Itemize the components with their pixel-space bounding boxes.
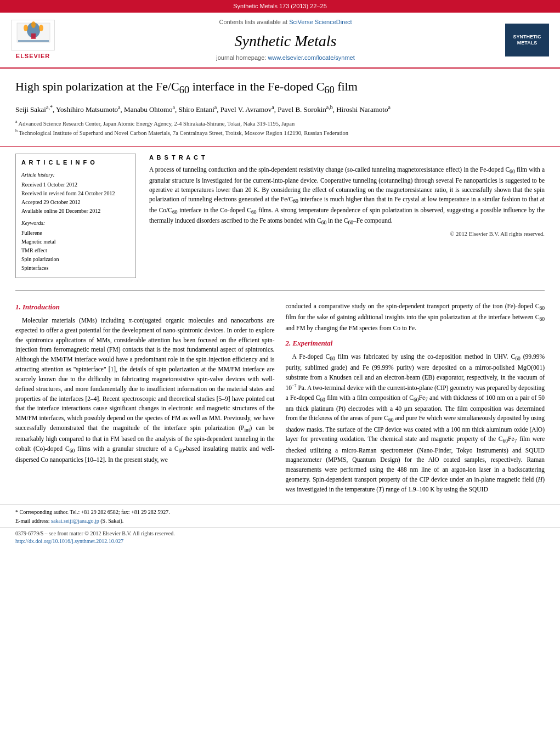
footer-issn: 0379-6779/$ – see front matter © 2012 El… [15, 530, 545, 538]
svg-rect-3 [31, 33, 36, 39]
body-right-column: conducted a comparative study on the spi… [286, 302, 545, 499]
body-left-column: 1. Introduction Molecular materials (MMs… [15, 302, 275, 499]
body-section: 1. Introduction Molecular materials (MMs… [0, 296, 560, 505]
article-info-box: A R T I C L E I N F O Article history: R… [15, 154, 136, 278]
section-1-heading: 1. Introduction [15, 302, 275, 313]
authors-line: Seiji Sakaia,*, Yoshihiro Matsumotoa, Ma… [15, 104, 545, 115]
received-date: Received 1 October 2012 [21, 181, 130, 189]
article-info-column: A R T I C L E I N F O Article history: R… [15, 154, 136, 285]
article-history-label: Article history: [21, 171, 130, 179]
science-direct-line: Contents lists available at SciVerse Sci… [66, 18, 505, 26]
keyword-4: Spin polarization [21, 256, 130, 263]
article-info-heading: A R T I C L E I N F O [21, 159, 130, 167]
abstract-column: A B S T R A C T A process of tunneling c… [149, 154, 545, 285]
available-date: Available online 20 December 2012 [21, 207, 130, 215]
continuation-paragraph: conducted a comparative study on the spi… [286, 302, 545, 333]
accepted-date: Accepted 29 October 2012 [21, 199, 130, 206]
elsevier-logo-image [11, 20, 55, 50]
experimental-paragraph: A Fe-doped C60 film was fabricated by us… [286, 352, 545, 495]
revised-date: Received in revised form 24 October 2012 [21, 190, 130, 197]
section-2-heading: 2. Experimental [286, 338, 545, 349]
elsevier-brand-text: ELSEVIER [16, 52, 50, 60]
journal-title: Synthetic Metals [66, 30, 505, 52]
keywords-label: Keywords: [21, 219, 130, 227]
abstract-heading: A B S T R A C T [149, 154, 545, 162]
article-title-section: High spin polarization at the Fe/C60 int… [0, 69, 560, 146]
intro-paragraph: Molecular materials (MMs) including π-co… [15, 316, 275, 465]
journal-citation-text: Synthetic Metals 173 (2013) 22–25 [233, 3, 327, 9]
article-info-abstract-row: A R T I C L E I N F O Article history: R… [0, 147, 560, 285]
abstract-text: A process of tunneling conduction and th… [149, 165, 545, 227]
affiliations: a Advanced Science Research Center, Japa… [15, 118, 545, 138]
footnote-2: E-mail address: sakai.seiji@jaea.go.jp (… [15, 517, 545, 525]
page-footer: 0379-6779/$ – see front matter © 2012 El… [0, 527, 560, 547]
svg-point-5 [39, 25, 43, 31]
abstract-section: A B S T R A C T A process of tunneling c… [149, 154, 545, 239]
copyright-text: © 2012 Elsevier B.V. All rights reserved… [149, 230, 545, 239]
svg-point-4 [24, 25, 28, 31]
footnote-1: * Corresponding author. Tel.: +81 29 282… [15, 508, 545, 516]
keyword-2: Magnetic metal [21, 238, 130, 246]
journal-homepage-link[interactable]: www.elsevier.com/locate/synmet [268, 54, 354, 61]
keyword-5: Spinterfaces [21, 264, 130, 272]
synthetic-metals-logo: SYNTHETIC METALS [505, 24, 549, 56]
journal-header: ELSEVIER Contents lists available at Sci… [0, 13, 560, 69]
science-direct-link[interactable]: SciVerse ScienceDirect [289, 19, 352, 25]
journal-citation-bar: Synthetic Metals 173 (2013) 22–25 [0, 0, 560, 13]
svg-point-6 [31, 21, 36, 28]
email-link[interactable]: sakai.seiji@jaea.go.jp [51, 518, 99, 524]
footnote-section: * Corresponding author. Tel.: +81 29 282… [0, 505, 560, 527]
elsevier-logo-area: ELSEVIER [11, 20, 55, 60]
keyword-1: Fullerene [21, 229, 130, 237]
journal-center-info: Contents lists available at SciVerse Sci… [66, 18, 505, 62]
doi-link[interactable]: http://dx.doi.org/10.1016/j.synthmet.201… [15, 538, 123, 544]
footer-doi: http://dx.doi.org/10.1016/j.synthmet.201… [15, 538, 545, 545]
article-title: High spin polarization at the Fe/C60 int… [15, 78, 545, 97]
svg-rect-7 [18, 40, 49, 42]
section-divider [15, 290, 545, 291]
journal-homepage-line: journal homepage: www.elsevier.com/locat… [66, 54, 505, 62]
keyword-3: TMR effect [21, 247, 130, 254]
